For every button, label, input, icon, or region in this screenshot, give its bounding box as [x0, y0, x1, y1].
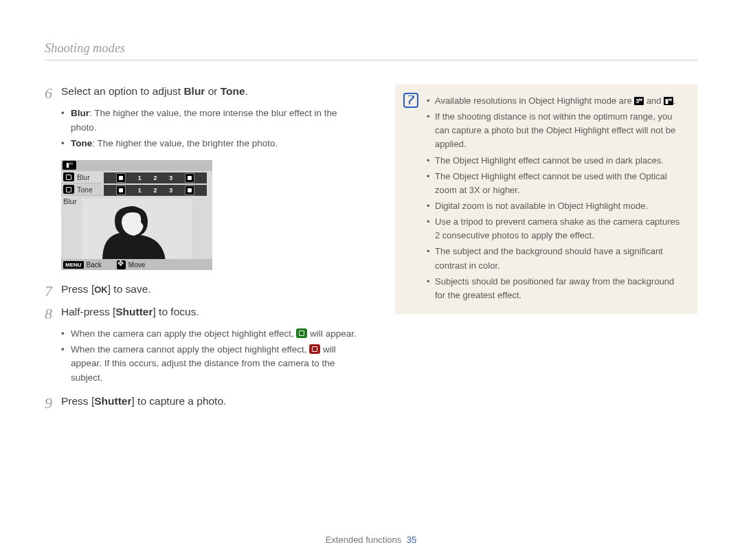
text: ] to capture a photo. [131, 395, 226, 407]
text: When the camera can apply the object hig… [71, 328, 296, 339]
note-icon [403, 93, 418, 108]
step-text: Press [Shutter] to capture a photo. [61, 394, 226, 412]
slider-thumb-icon [116, 186, 126, 195]
move-label: Move [128, 261, 145, 269]
bold: Shutter [115, 306, 153, 317]
tick: 2 [153, 187, 157, 194]
tick: 2 [153, 175, 157, 181]
tick: 1 [138, 175, 142, 181]
list-item: When the camera cannot apply the object … [61, 343, 361, 385]
step-text: Half-press [Shutter] to focus. [61, 305, 199, 323]
slider-blur: 1 2 3 [104, 172, 207, 183]
text: : The higher the value, the more intense… [71, 108, 337, 132]
list-item: Digital zoom is not available in Object … [427, 199, 685, 213]
step-7: 7 Press [OK] to save. [45, 282, 361, 300]
resolution-icon: ▮ᴹ [63, 161, 76, 170]
list-item: The subject and the background should ha… [427, 245, 685, 272]
text: : The higher the value, the brighter the… [92, 138, 278, 148]
step-text: Press [OK] to save. [61, 282, 151, 300]
ok-button-label: OK [94, 284, 108, 296]
back-label: Back [87, 261, 102, 269]
list-item: If the shooting distance is not within t… [427, 110, 685, 151]
page-footer: Extended functions 35 [0, 535, 742, 545]
list-item: The Object Highlight effect cannot be us… [427, 154, 685, 168]
text: will appear. [307, 328, 356, 339]
text: . [245, 85, 248, 97]
list-item: Available resolutions in Object Highligh… [427, 94, 685, 108]
tick: 1 [138, 187, 142, 194]
right-column: Available resolutions in Object Highligh… [395, 85, 697, 416]
step-number: 7 [45, 282, 61, 300]
tick: 3 [169, 175, 172, 181]
text: Select an option to adjust [61, 85, 183, 97]
text: and [644, 96, 664, 106]
portrait-illustration [82, 199, 192, 260]
highlight-fail-icon [309, 344, 320, 354]
content-columns: 6 Select an option to adjust Blur or Ton… [45, 85, 697, 416]
text: Press [ [61, 283, 94, 295]
step-8: 8 Half-press [Shutter] to focus. [45, 305, 361, 323]
step-text: Select an option to adjust Blur or Tone. [61, 85, 248, 102]
lcd-option-list: Blur Tone [61, 171, 102, 196]
option-label: Tone [77, 186, 93, 194]
slider-thumb-icon [116, 173, 126, 183]
highlight-ok-icon [296, 328, 307, 338]
bold: Tone [221, 85, 245, 97]
bold: Tone [71, 138, 92, 148]
step-6-bullets: Blur: The higher the value, the more int… [45, 107, 361, 150]
resolution-chip: 3ᴹ [634, 97, 644, 105]
resolution-chip: ▮ᴹ [664, 97, 673, 105]
text: When the camera cannot apply the object … [71, 344, 309, 355]
step-number: 9 [45, 394, 61, 412]
step-6: 6 Select an option to adjust Blur or Ton… [45, 85, 361, 102]
page-number: 35 [407, 535, 416, 545]
note-box: Available resolutions in Object Highligh… [395, 85, 697, 314]
text: ] to focus. [153, 306, 199, 317]
slider-tone: 1 2 3 [104, 185, 207, 196]
bold: Blur [71, 108, 89, 118]
option-icon [63, 172, 74, 181]
text: or [205, 85, 220, 97]
text: Available resolutions in Object Highligh… [435, 96, 634, 106]
note-list: Available resolutions in Object Highligh… [427, 94, 685, 302]
list-item: Use a tripod to prevent camera shake as … [427, 215, 685, 243]
list-item: Blur: The higher the value, the more int… [61, 107, 361, 135]
bold: Shutter [94, 395, 131, 407]
nav-icon [117, 260, 126, 269]
list-item: The Object Highlight effect cannot be us… [427, 170, 685, 197]
bold: Blur [183, 85, 205, 97]
lcd-sliders: 1 2 3 1 2 3 [104, 172, 207, 197]
lcd-option-blur: Blur [61, 171, 102, 183]
tick: 3 [169, 187, 172, 194]
list-item: When the camera can apply the object hig… [61, 327, 361, 341]
option-label: Blur [77, 173, 90, 181]
lcd-current-label: Blur [63, 197, 77, 205]
list-item: Subjects should be positioned far away f… [427, 275, 685, 302]
camera-lcd-preview: ▮ᴹ Blur Tone 1 2 3 1 2 3 [61, 160, 212, 270]
step-9: 9 Press [Shutter] to capture a photo. [45, 394, 361, 412]
left-column: 6 Select an option to adjust Blur or Ton… [45, 85, 361, 416]
step-number: 8 [45, 305, 61, 323]
text: . [673, 96, 676, 106]
list-item: Tone: The higher the value, the brighter… [61, 137, 361, 150]
lcd-bottom-bar: MENU Back Move [61, 259, 212, 270]
menu-chip-icon: MENU [63, 261, 84, 269]
text: ] to save. [108, 283, 151, 295]
lcd-option-tone: Tone [61, 183, 102, 196]
footer-section: Extended functions [326, 535, 402, 545]
text: Half-press [ [61, 306, 115, 317]
page-header: Shooting modes [45, 41, 697, 60]
text: Press [ [61, 395, 94, 407]
slider-thumb-icon [185, 186, 194, 195]
step-8-bullets: When the camera can apply the object hig… [45, 327, 361, 385]
option-icon [63, 185, 74, 194]
lcd-topbar: ▮ᴹ [61, 160, 212, 171]
slider-thumb-icon [185, 173, 194, 183]
step-number: 6 [45, 85, 61, 102]
